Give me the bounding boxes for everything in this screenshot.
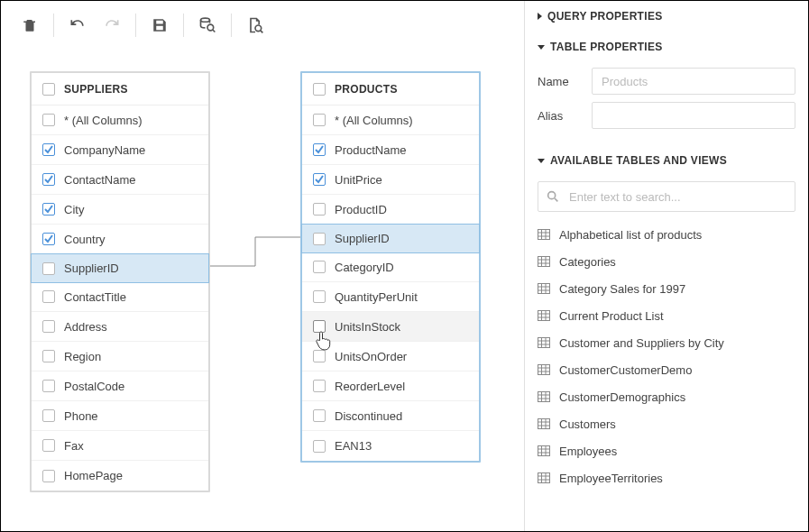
search-input[interactable] [567,189,787,205]
select-all-checkbox[interactable] [313,83,326,96]
column-row[interactable]: Address [32,312,208,342]
table-icon [538,283,550,294]
table-properties-header[interactable]: TABLE PROPERTIES [525,32,808,62]
diagram-canvas[interactable]: SUPPLIERS* (All Columns)CompanyNameConta… [1,50,524,531]
available-table-item[interactable]: Category Sales for 1997 [538,275,795,302]
name-label: Name [538,75,592,88]
available-tables-header[interactable]: AVAILABLE TABLES AND VIEWS [525,145,808,176]
select-all-checkbox[interactable] [42,83,55,96]
column-row[interactable]: UnitsOnOrder [302,342,479,371]
column-checkbox[interactable] [42,380,55,392]
available-table-item[interactable]: CustomerCustomerDemo [538,356,795,383]
column-checkbox[interactable] [42,290,55,303]
column-row[interactable]: ProductID [302,195,479,225]
table-card-products[interactable]: PRODUCTS* (All Columns)ProductNameUnitPr… [300,71,481,463]
column-checkbox[interactable] [42,203,55,216]
column-row[interactable]: * (All Columns) [302,105,479,135]
column-row[interactable]: ProductName [302,135,479,165]
table-icon [538,445,550,456]
table-title: PRODUCTS [335,83,398,96]
svg-point-3 [548,192,556,199]
redo-button[interactable] [97,11,126,40]
column-checkbox[interactable] [42,233,55,245]
available-table-item[interactable]: Customers [538,410,795,437]
svg-rect-5 [538,257,550,267]
available-table-item[interactable]: Customer and Suppliers by City [538,329,795,356]
column-checkbox[interactable] [42,470,55,482]
column-row[interactable]: Fax [32,431,208,461]
column-row[interactable]: UnitsInStock [302,312,479,342]
column-checkbox[interactable] [313,290,326,303]
results-preview-button[interactable] [193,11,222,40]
column-label: UnitsOnOrder [335,350,407,363]
chevron-down-icon [538,45,545,50]
column-label: SupplierID [335,232,390,245]
column-checkbox[interactable] [313,233,326,245]
column-row[interactable]: ContactTitle [32,282,208,312]
column-checkbox[interactable] [42,409,55,422]
column-row[interactable]: Country [32,225,208,254]
query-properties-header[interactable]: QUERY PROPERTIES [525,1,808,32]
column-row[interactable]: EAN13 [302,431,479,461]
alias-label: Alias [538,109,592,123]
available-table-label: Alphabetical list of products [559,228,702,242]
table-header[interactable]: SUPPLIERS [32,73,208,105]
column-row[interactable]: Region [32,342,208,371]
column-checkbox[interactable] [313,261,326,273]
table-card-suppliers[interactable]: SUPPLIERS* (All Columns)CompanyNameConta… [30,71,210,492]
column-checkbox[interactable] [313,350,326,362]
available-table-item[interactable]: EmployeeTerritories [538,464,795,491]
column-checkbox[interactable] [313,173,326,186]
available-table-item[interactable]: Current Product List [538,302,795,329]
column-checkbox[interactable] [313,320,326,333]
column-checkbox[interactable] [42,350,55,362]
column-row[interactable]: PostalCode [32,371,208,401]
table-header[interactable]: PRODUCTS [302,73,479,105]
name-field[interactable] [592,68,795,95]
column-checkbox[interactable] [42,320,55,333]
column-checkbox[interactable] [313,380,326,392]
available-table-label: EmployeeTerritories [559,472,663,485]
column-checkbox[interactable] [42,439,55,452]
column-checkbox[interactable] [313,203,326,216]
column-checkbox[interactable] [313,114,326,126]
available-table-item[interactable]: Alphabetical list of products [538,221,795,248]
column-label: ProductName [335,143,406,157]
column-checkbox[interactable] [313,440,326,453]
column-checkbox[interactable] [42,262,55,275]
svg-point-1 [207,24,214,31]
section-title: TABLE PROPERTIES [550,41,663,53]
column-label: Fax [64,439,84,453]
column-row[interactable]: ReorderLevel [302,371,479,401]
column-checkbox[interactable] [313,143,326,156]
chevron-down-icon [538,159,545,163]
column-row[interactable]: HomePage [32,461,208,491]
column-checkbox[interactable] [42,114,55,126]
column-label: CategoryID [335,261,394,274]
available-tables-list[interactable]: Alphabetical list of productsCategoriesC… [525,221,808,531]
save-button[interactable] [145,11,174,40]
column-row[interactable]: UnitPrice [302,165,479,195]
undo-button[interactable] [63,11,92,40]
column-row[interactable]: ContactName [32,165,208,195]
column-row[interactable]: CompanyName [32,135,208,165]
column-checkbox[interactable] [42,143,55,156]
search-box[interactable] [538,181,795,212]
column-checkbox[interactable] [313,409,326,422]
data-preview-button[interactable] [241,11,270,40]
column-row[interactable]: * (All Columns) [32,105,208,135]
column-row[interactable]: SupplierID [31,253,209,283]
column-row[interactable]: Phone [32,401,208,431]
alias-field[interactable] [592,102,795,129]
column-label: Address [64,320,107,334]
delete-button[interactable] [15,11,44,40]
column-row[interactable]: SupplierID [301,224,480,253]
column-row[interactable]: CategoryID [302,252,479,282]
column-row[interactable]: Discontinued [302,401,479,431]
column-row[interactable]: QuantityPerUnit [302,282,479,312]
available-table-item[interactable]: Employees [538,437,795,464]
column-checkbox[interactable] [42,173,55,186]
column-row[interactable]: City [32,195,208,225]
available-table-item[interactable]: Categories [538,248,795,275]
available-table-item[interactable]: CustomerDemographics [538,383,795,410]
